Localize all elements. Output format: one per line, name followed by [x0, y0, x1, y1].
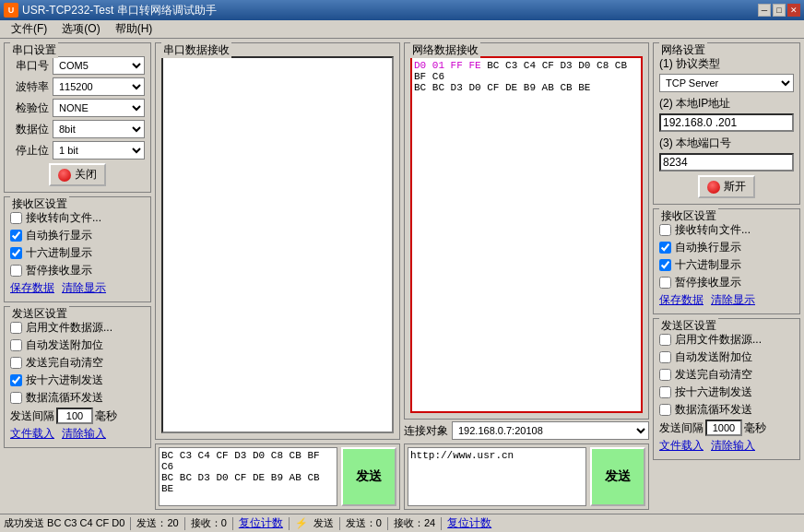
right-clear-display-link[interactable]: 清除显示: [711, 292, 755, 308]
right-recv-check-input-1[interactable]: [659, 242, 671, 254]
net-reset-counter-link[interactable]: 复位计数: [447, 515, 491, 531]
recv-check-input-3[interactable]: [10, 265, 22, 277]
serial-settings-title: 串口设置: [10, 42, 58, 58]
minimize-button[interactable]: ─: [758, 4, 771, 17]
serial-settings-group: 串口设置 串口号 COM5 COM1 COM2 COM3 COM4 波特率 11…: [4, 42, 151, 193]
send-check-input-1[interactable]: [10, 339, 22, 351]
title-bar: U USR-TCP232-Test 串口转网络调试助手 ─ □ ✕: [0, 0, 804, 20]
clear-display-link[interactable]: 清除显示: [62, 280, 106, 296]
recv-check-input-0[interactable]: [10, 212, 22, 224]
clear-input-link-right[interactable]: 清除输入: [711, 438, 755, 454]
serial-recv-group: 串口数据接收: [155, 42, 400, 440]
protocol-select[interactable]: TCP Server TCP Client UDP Server UDP Cli…: [659, 74, 794, 92]
recv-check-label-0: 接收转向文件...: [26, 210, 101, 226]
main-area: 串口设置 串口号 COM5 COM1 COM2 COM3 COM4 波特率 11…: [0, 39, 804, 514]
check-select[interactable]: NONE ODD EVEN: [53, 99, 145, 117]
net-port-label: (3) 本地端口号: [659, 136, 794, 151]
serial-close-button[interactable]: 关闭: [49, 163, 106, 186]
status-div3: [232, 517, 233, 530]
right-send-check-0: 启用文件数据源...: [659, 332, 794, 348]
right-send-check-input-4[interactable]: [659, 404, 671, 416]
reset-counter-link[interactable]: 复位计数: [239, 515, 283, 531]
right-recv-check-input-3[interactable]: [659, 277, 671, 289]
interval-row-left: 发送间隔 毫秒: [10, 408, 145, 424]
right-recv-check-0: 接收转向文件...: [659, 222, 794, 238]
right-send-check-label-1: 自动发送附加位: [675, 349, 752, 365]
serial-recv-textarea[interactable]: [161, 56, 394, 433]
close-button[interactable]: ✕: [787, 4, 800, 17]
send-check-input-0[interactable]: [10, 322, 22, 334]
menu-help[interactable]: 帮助(H): [108, 19, 160, 39]
baud-select[interactable]: 115200 9600 19200 38400 57600: [53, 77, 145, 96]
net-port-input[interactable]: [659, 153, 794, 171]
recv-check-input-2[interactable]: [10, 247, 22, 259]
port-label: 串口号: [10, 58, 49, 74]
send-check-input-4[interactable]: [10, 392, 22, 404]
right-save-data-link[interactable]: 保存数据: [659, 292, 704, 308]
stop-label: 停止位: [10, 143, 49, 159]
net-open-button[interactable]: 斯开: [698, 175, 755, 198]
check-row-form: 检验位 NONE ODD EVEN: [10, 99, 145, 117]
data-label: 数据位: [10, 122, 49, 137]
app-icon: U: [4, 3, 18, 18]
clear-input-link-left[interactable]: 清除输入: [62, 426, 106, 442]
data-select[interactable]: 8bit 7bit: [53, 120, 145, 138]
right-send-check-input-0[interactable]: [659, 334, 671, 346]
right-send-check-input-1[interactable]: [659, 351, 671, 363]
title-bar-text: USR-TCP232-Test 串口转网络调试助手: [22, 3, 217, 18]
send-check-input-2[interactable]: [10, 357, 22, 369]
send-check-input-3[interactable]: [10, 374, 22, 386]
right-send-check-label-3: 按十六进制发送: [675, 384, 752, 400]
left-recv-settings-group: 接收区设置 接收转向文件... 自动换行显示 十六进制显示 暂停接收显示 保存数…: [4, 196, 151, 302]
right-send-settings-title: 发送区设置: [659, 318, 718, 334]
send-check-1: 自动发送附加位: [10, 337, 145, 353]
net-send-count: 发送：0: [346, 516, 382, 530]
send-check-label-0: 启用文件数据源...: [26, 320, 112, 336]
connect-target-select[interactable]: 192.168.0.7:20108: [452, 421, 649, 440]
port-select[interactable]: COM5 COM1 COM2 COM3 COM4: [53, 56, 145, 75]
interval-input-right[interactable]: [705, 420, 742, 436]
status-div4: [289, 517, 290, 530]
right-send-check-input-2[interactable]: [659, 369, 671, 381]
right-send-check-input-3[interactable]: [659, 386, 671, 398]
send-check-label-4: 数据流循环发送: [26, 390, 103, 406]
right-recv-settings-title: 接收区设置: [659, 208, 718, 224]
file-load-link-left[interactable]: 文件载入: [10, 426, 54, 442]
serial-send-count: 发送：20: [136, 516, 178, 530]
send-check-label-1: 自动发送附加位: [26, 337, 103, 353]
net-recv-display[interactable]: D0 01 FF FE BC C3 C4 CF D3 D0 C8 CB BF C…: [410, 56, 643, 413]
right-recv-settings-group: 接收区设置 接收转向文件... 自动换行显示 十六进制显示 暂停接收显示 保存数…: [653, 208, 800, 314]
file-load-link-right[interactable]: 文件载入: [659, 438, 704, 454]
serial-send-textarea[interactable]: BC C3 C4 CF D3 D0 C8 CB BF C6 BC BC D3 D…: [159, 447, 337, 506]
baud-row: 波特率 115200 9600 19200 38400 57600: [10, 77, 145, 96]
serial-send-panel: BC C3 C4 CF D3 D0 C8 CB BF C6 BC BC D3 D…: [155, 443, 400, 510]
ip-input[interactable]: [659, 113, 794, 132]
net-send-textarea[interactable]: http://www.usr.cn: [408, 447, 586, 506]
baud-label: 波特率: [10, 79, 49, 95]
interval-input-left[interactable]: [56, 408, 93, 424]
right-recv-check-label-0: 接收转向文件...: [675, 222, 751, 238]
status-div1: [130, 517, 131, 530]
right-recv-check-input-2[interactable]: [659, 259, 671, 271]
stop-select[interactable]: 1 bit 2 bit: [53, 141, 145, 160]
connect-target-row: 连接对象 192.168.0.7:20108: [404, 421, 649, 440]
send-check-label-3: 按十六进制发送: [26, 372, 103, 388]
menu-file[interactable]: 文件(F): [4, 19, 54, 39]
net-send-button[interactable]: 发送: [590, 447, 645, 506]
right-recv-check-3: 暂停接收显示: [659, 275, 794, 290]
serial-recv-count: 接收：0: [191, 516, 227, 530]
interval-unit-right: 毫秒: [744, 420, 766, 436]
protocol-label: (1) 协议类型: [659, 56, 794, 72]
status-div6: [387, 517, 388, 530]
net-send-icon: ⚡: [295, 517, 308, 529]
menu-options[interactable]: 选项(O): [54, 19, 107, 39]
right-recv-check-input-0[interactable]: [659, 224, 671, 236]
title-bar-buttons: ─ □ ✕: [758, 4, 800, 17]
recv-check-input-1[interactable]: [10, 230, 22, 242]
serial-send-button[interactable]: 发送: [341, 447, 396, 506]
save-data-link[interactable]: 保存数据: [10, 280, 54, 296]
status-bar: 成功发送 BC C3 C4 CF D0 发送：20 接收：0 复位计数 ⚡ 发送…: [0, 514, 804, 532]
left-send-settings-group: 发送区设置 启用文件数据源... 自动发送附加位 发送完自动清空 按十六进制发送…: [4, 306, 151, 448]
interval-row-right: 发送间隔 毫秒: [659, 420, 794, 436]
maximize-button[interactable]: □: [773, 4, 786, 17]
